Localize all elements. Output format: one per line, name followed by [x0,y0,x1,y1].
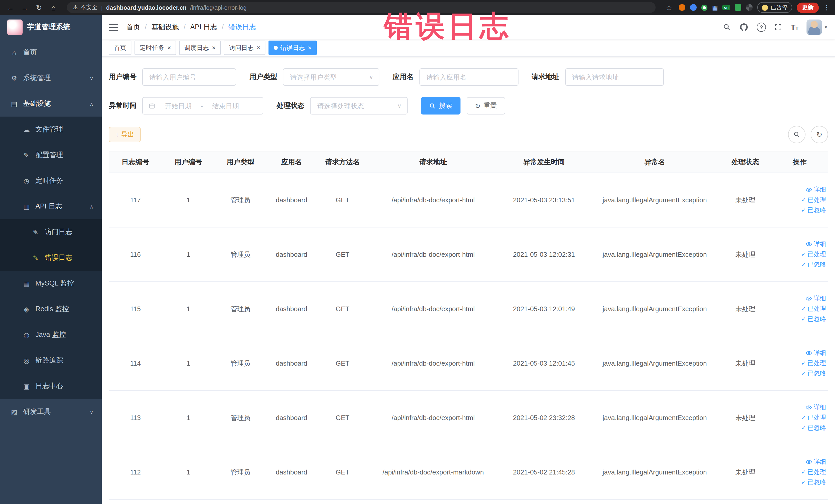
forward-icon[interactable]: → [20,3,30,12]
mark-processed-link[interactable]: ✓ 已处理 [801,468,826,477]
sidebar-item-config-mgmt[interactable]: ✎ 配置管理 [0,142,102,168]
sidebar-item-log-center[interactable]: ▣ 日志中心 [0,373,102,399]
sidebar-item-api-log[interactable]: ▥ API 日志 ∧ [0,194,102,219]
mark-ignored-link[interactable]: ✓ 已忽略 [801,424,826,432]
sidebar-item-dev-tools[interactable]: ▨ 研发工具 ∨ [0,399,102,425]
close-icon[interactable]: × [167,45,171,51]
extensions-pinwheel-icon[interactable] [746,4,753,11]
mark-processed-link[interactable]: ✓ 已处理 [801,359,826,368]
extension-icon-green-ring[interactable] [701,4,708,11]
search-icon[interactable] [723,23,731,31]
extension-on-badge[interactable]: on [722,5,730,10]
download-icon: ↓ [116,131,119,138]
search-button[interactable]: 搜索 [421,97,461,115]
detail-link[interactable]: 详细 [806,294,826,303]
breadcrumb-home[interactable]: 首页 [126,22,140,32]
mark-ignored-link[interactable]: ✓ 已忽略 [801,206,826,215]
tab-scheduled-jobs[interactable]: 定时任务 × [135,41,176,55]
bookmark-star-icon[interactable]: ☆ [664,3,674,12]
avatar[interactable] [807,19,822,35]
process-status-select-input[interactable] [316,101,395,110]
date-range-picker[interactable]: - [142,97,263,115]
user-id-label: 用户编号 [109,73,137,82]
process-status-label: 处理状态 [277,101,304,110]
fullscreen-icon[interactable] [774,23,782,31]
extension-icon-blue[interactable] [690,4,697,11]
sidebar-item-scheduled-jobs[interactable]: ◷ 定时任务 [0,168,102,194]
toolbox-icon: ▨ [10,408,18,416]
back-icon[interactable]: ← [5,3,15,12]
mark-processed-link[interactable]: ✓ 已处理 [801,250,826,259]
reload-icon[interactable]: ↻ [34,3,44,12]
close-icon[interactable]: × [257,45,260,51]
document-icon: ▥ [23,203,30,210]
mark-ignored-link[interactable]: ✓ 已忽略 [801,260,826,269]
mark-processed-link[interactable]: ✓ 已处理 [801,304,826,313]
start-date-input[interactable] [159,101,198,110]
reset-button[interactable]: ↻ 重置 [467,97,505,115]
tab-access-log[interactable]: 访问日志 × [224,41,265,55]
tampermonkey-paused-badge[interactable]: 已暂停 [757,2,792,13]
mark-ignored-link[interactable]: ✓ 已忽略 [801,315,826,323]
user-id-input[interactable] [148,73,230,81]
cell-operations: 详细 ✓ 已处理 ✓ 已忽略 [771,390,828,445]
browser-menu-icon[interactable]: ⋮ [823,4,830,11]
user-menu[interactable]: ▾ [807,19,827,35]
home-icon[interactable]: ⌂ [48,3,59,12]
mark-processed-link[interactable]: ✓ 已处理 [801,196,826,204]
request-url-input[interactable] [571,73,657,81]
request-url-label: 请求地址 [532,73,559,82]
close-icon[interactable]: × [212,45,216,51]
extension-icon-green[interactable] [735,4,741,11]
sidebar-item-file-mgmt[interactable]: ☁ 文件管理 [0,117,102,142]
breadcrumb-infrastructure[interactable]: 基础设施 [151,22,179,32]
security-warning[interactable]: ⚠ 不安全 [73,4,98,11]
tab-error-log[interactable]: 错误日志 × [268,41,317,55]
sidebar-item-home[interactable]: ⌂ 首页 [0,40,102,65]
chevron-down-icon: ∨ [369,74,373,80]
mark-ignored-link[interactable]: ✓ 已忽略 [801,478,826,487]
eye-icon [806,459,812,465]
github-icon[interactable] [739,22,749,32]
extension-icon-orange[interactable] [679,4,685,11]
app-name-input[interactable] [425,73,512,81]
address-bar[interactable]: ⚠ 不安全 | dashboard.yudao.iocoder.cn /infr… [67,2,656,13]
breadcrumb-api-log[interactable]: API 日志 [190,22,217,32]
detail-link[interactable]: 详细 [806,458,826,466]
sidebar-item-access-log[interactable]: ✎ 访问日志 [0,219,102,245]
sidebar-item-redis-monitor[interactable]: ◈ Redis 监控 [0,296,102,322]
detail-link[interactable]: 详细 [806,349,826,357]
mark-ignored-link[interactable]: ✓ 已忽略 [801,369,826,378]
end-date-input[interactable] [206,101,245,110]
extension-grid-icon[interactable]: ▦ [712,4,718,11]
user-type-select[interactable]: ∨ [283,68,380,86]
sidebar-item-tracing[interactable]: ◎ 链路追踪 [0,348,102,373]
sidebar-item-system-mgmt[interactable]: ⚙ 系统管理 ∨ [0,65,102,91]
toggle-search-button[interactable] [788,126,806,143]
close-icon[interactable]: × [308,45,312,51]
detail-link[interactable]: 详细 [806,240,826,248]
hamburger-icon[interactable] [109,23,118,31]
tab-schedule-log[interactable]: 调度日志 × [179,41,221,55]
sidebar-item-infrastructure[interactable]: ▤ 基础设施 ∧ [0,91,102,117]
detail-link[interactable]: 详细 [806,185,826,194]
sidebar-item-error-log[interactable]: ✎ 错误日志 [0,245,102,270]
col-exception-name: 异常名 [590,152,719,173]
user-type-select-input[interactable] [289,73,367,81]
refresh-button[interactable]: ↻ [811,126,828,143]
export-button[interactable]: ↓ 导出 [109,127,141,142]
process-status-select[interactable]: ∨ [310,97,408,115]
table-row: 116 1 管理员 dashboard GET /api/infra/db-do… [109,227,828,282]
cell-exception-time: 2021-05-02 21:45:28 [498,445,590,499]
refresh-icon: ↻ [475,102,481,109]
font-size-icon[interactable]: TT [791,23,798,31]
detail-link[interactable]: 详细 [806,403,826,412]
tab-home[interactable]: 首页 [109,41,131,55]
help-icon[interactable]: ? [757,22,766,32]
cell-app-name: dashboard [266,390,317,445]
sidebar-item-mysql-monitor[interactable]: ▦ MySQL 监控 [0,270,102,296]
check-icon: ✓ [801,197,806,203]
chrome-update-button[interactable]: 更新 [797,2,819,13]
sidebar-item-java-monitor[interactable]: ◍ Java 监控 [0,322,102,348]
mark-processed-link[interactable]: ✓ 已处理 [801,414,826,422]
